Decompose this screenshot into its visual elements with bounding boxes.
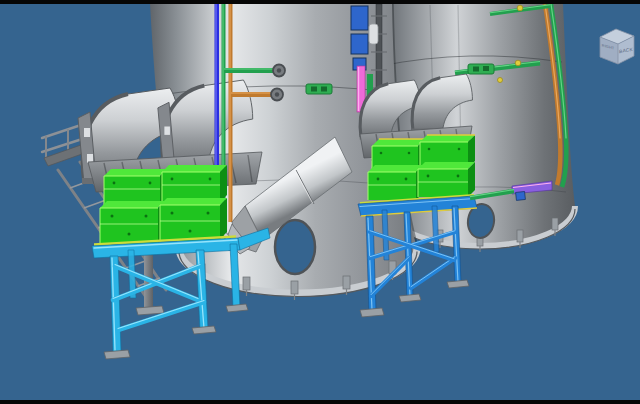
label-plate [84,128,90,137]
letterbox-bottom [0,400,640,404]
green-wall-bracket[interactable] [306,84,332,94]
junction-box[interactable] [351,6,368,30]
left-vessel-skirt-opening [275,220,315,274]
green-box[interactable] [104,169,167,206]
viewport-3d[interactable]: BACK RIGHT [0,0,640,404]
right-green-box-array[interactable] [368,135,475,200]
green-box[interactable] [368,165,423,200]
base-plate [104,350,130,359]
green-box[interactable] [160,198,227,241]
letterbox-top [0,0,640,4]
green-box[interactable] [418,162,475,197]
viewcube[interactable]: BACK RIGHT [600,29,634,64]
cad-application-window: BACK RIGHT [0,0,640,404]
base-plate [360,308,384,317]
label-plate [164,127,170,135]
column-base-plate [136,306,164,315]
junction-box[interactable] [351,34,368,54]
green-box[interactable] [162,165,227,202]
green-box[interactable] [100,201,165,244]
canister [369,24,378,44]
left-green-box-array[interactable] [100,165,227,244]
